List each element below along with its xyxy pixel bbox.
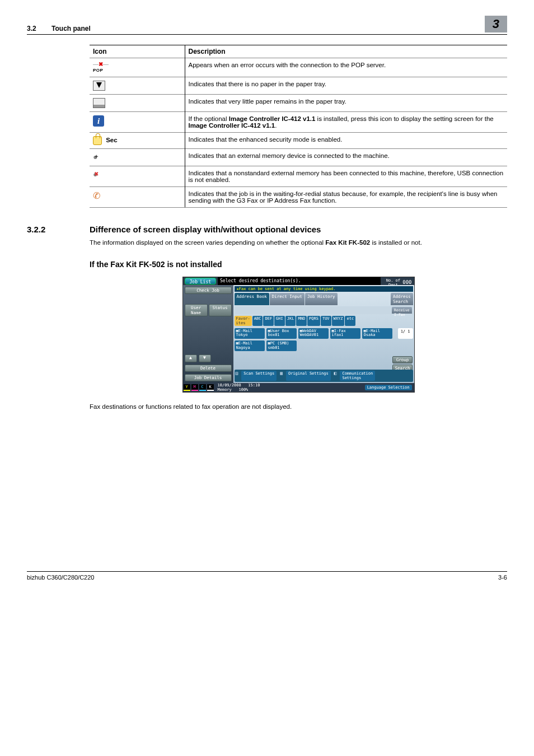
- job-list-button[interactable]: Job List: [185, 278, 217, 284]
- scan-settings-button[interactable]: Scan Settings: [241, 371, 277, 381]
- icon-description-table: Icon Description —✖— POP Appears when an…: [90, 45, 507, 208]
- table-row: Indicates that an external memory device…: [90, 149, 507, 166]
- alpha-key[interactable]: WXYZ: [332, 316, 345, 326]
- user-name-tab[interactable]: User Name: [185, 304, 208, 316]
- sub-heading: If the Fax Kit FK-502 is not installed: [90, 260, 507, 269]
- table-row: Indicates that there is no paper in the …: [90, 77, 507, 95]
- tab-direct-input[interactable]: Direct Input: [270, 293, 305, 305]
- redial-wait-icon: ✆: [93, 190, 103, 200]
- alpha-key[interactable]: PQRS: [307, 316, 320, 326]
- doc-icon: ▤: [236, 371, 238, 381]
- status-date: 10/09/2008: [218, 383, 241, 388]
- comm-icon: ◧: [334, 371, 337, 381]
- dest-card[interactable]: ▣PC (SMB)smb01: [266, 340, 297, 351]
- table-row: Sec Indicates that the enhanced security…: [90, 133, 507, 149]
- page-header: 3.2 Touch panel 3: [27, 16, 507, 35]
- alphabet-filter: Favor- ites ABC DEF GHI JKL MNO PQRS TUV…: [235, 316, 413, 326]
- job-details-button[interactable]: Job Details: [185, 374, 232, 381]
- subsection-heading: 3.2.2Difference of screen display with/w…: [27, 225, 507, 234]
- alpha-key[interactable]: MNO: [296, 316, 307, 326]
- page-icon: ▦: [280, 371, 283, 381]
- info-icon: i: [93, 115, 104, 127]
- ext-memory-disabled-icon: [93, 170, 103, 180]
- dest-card[interactable]: ▣E-MailTokyo: [235, 328, 265, 339]
- alpha-key[interactable]: TUV: [321, 316, 331, 326]
- scroll-up-button[interactable]: ▲: [185, 354, 197, 362]
- low-paper-icon: [93, 98, 105, 108]
- alpha-key[interactable]: JKL: [285, 316, 296, 326]
- page-footer: bizhub C360/C280/C220 3-6: [27, 571, 507, 581]
- left-panel: Check Job User Name Status ▲ ▼ Delete Jo…: [183, 285, 233, 383]
- mfd-screenshot: Job List Select desired destination(s). …: [90, 277, 507, 393]
- security-icon: [93, 136, 102, 145]
- scroll-down-button[interactable]: ▼: [199, 354, 211, 362]
- alpha-key[interactable]: DEF: [263, 316, 274, 326]
- alpha-key[interactable]: etc: [345, 316, 355, 326]
- intro-paragraph: The information displayed on the screen …: [90, 239, 507, 248]
- toner-levels: Y M C K: [183, 384, 214, 391]
- dest-card[interactable]: ▣E-MailOsaka: [362, 328, 392, 339]
- footer-page-number: 3-6: [498, 574, 507, 581]
- dest-card[interactable]: ▣E-MailNagoya: [235, 340, 265, 351]
- tab-job-history[interactable]: Job History: [305, 293, 338, 305]
- receive-ifax-button[interactable]: Receive I-Fax: [392, 307, 411, 314]
- dest-card[interactable]: ▣User Boxbox01: [266, 328, 297, 339]
- chapter-badge: 3: [485, 16, 507, 32]
- tab-address-book[interactable]: Address Book: [235, 293, 269, 305]
- favorites-tab[interactable]: Favor- ites: [235, 316, 252, 326]
- status-time: 15:10: [248, 383, 260, 388]
- table-header-icon: Icon: [90, 45, 185, 58]
- group-button[interactable]: Group: [392, 356, 412, 363]
- table-row: —✖— POP Appears when an error occurs wit…: [90, 58, 507, 77]
- table-row: Indicates that very little paper remains…: [90, 95, 507, 112]
- communication-settings-button[interactable]: Communication Settings: [340, 371, 375, 381]
- memory-label: Memory: [218, 388, 232, 392]
- dest-card[interactable]: ▣WebDAVWebDAV01: [298, 328, 329, 339]
- instruction-text: Select desired destination(s).: [218, 277, 380, 285]
- hint-bar: ★Fax can be sent at any time using keypa…: [235, 286, 413, 292]
- pop-error-icon: —✖— POP: [93, 62, 109, 73]
- no-paper-icon: [93, 81, 105, 91]
- delete-button[interactable]: Delete: [185, 365, 232, 372]
- table-row: Indicates that a nonstandard external me…: [90, 166, 507, 187]
- dest-card[interactable]: ▣I-Faxifax1: [330, 328, 360, 339]
- section-title: Touch panel: [51, 25, 91, 32]
- section-number: 3.2: [27, 25, 36, 32]
- page-indicator: 1/ 1: [398, 328, 413, 339]
- caption-text: Fax destinations or functions related to…: [90, 403, 507, 412]
- right-panel: ★Fax can be sent at any time using keypa…: [233, 285, 414, 383]
- check-job-button[interactable]: Check Job: [185, 287, 232, 294]
- table-header-desc: Description: [185, 45, 507, 58]
- table-row: i If the optional Image Controller IC-41…: [90, 112, 507, 133]
- ext-memory-icon: [93, 152, 103, 162]
- tab-address-search[interactable]: Address Search: [391, 293, 413, 305]
- table-row: ✆ Indicates that the job is in the waiti…: [90, 187, 507, 208]
- dest-count-value: 000: [402, 279, 411, 284]
- footer-model: bizhub C360/C280/C220: [27, 574, 94, 581]
- alpha-key[interactable]: ABC: [252, 316, 263, 326]
- status-tab[interactable]: Status: [209, 304, 232, 316]
- alpha-key[interactable]: GHI: [274, 316, 285, 326]
- status-bar: Y M C K 10/09/2008 15:10 Memory 100% Lan…: [183, 383, 414, 392]
- memory-value: 100%: [238, 388, 248, 392]
- original-settings-button[interactable]: Original Settings: [286, 371, 331, 381]
- language-selection-button[interactable]: Language Selection: [365, 385, 412, 390]
